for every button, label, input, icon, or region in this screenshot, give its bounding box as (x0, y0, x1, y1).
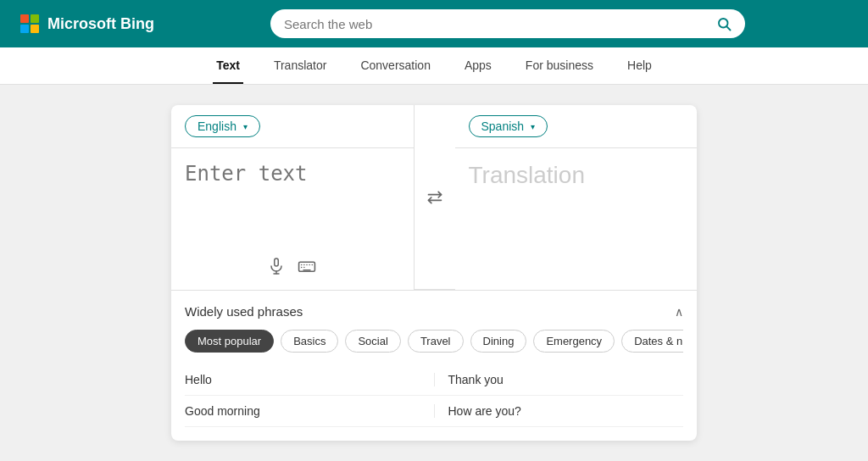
tab-travel[interactable]: Travel (408, 330, 464, 353)
logo-area: Microsoft Bing (20, 14, 154, 33)
phrase-target-0: Thank you (435, 373, 684, 386)
nav-item-apps[interactable]: Apps (461, 48, 495, 84)
phrases-tabs: Most popular Basics Social Travel Dining… (185, 329, 683, 353)
phrase-row: Hello Thank you (185, 364, 683, 396)
source-panel: English ▾ (171, 105, 415, 290)
keyboard-button[interactable] (298, 257, 316, 280)
swap-languages-button[interactable] (426, 189, 443, 206)
source-lang-button[interactable]: English ▾ (185, 115, 260, 137)
header: Microsoft Bing (0, 0, 868, 47)
tab-dates[interactable]: Dates & num (621, 330, 683, 353)
nav-item-conversation[interactable]: Conversation (357, 48, 434, 84)
phrases-section: Widely used phrases ∧ Most popular Basic… (171, 290, 697, 441)
search-button[interactable] (716, 16, 732, 31)
nav-item-help[interactable]: Help (624, 48, 655, 84)
tab-social[interactable]: Social (345, 330, 400, 353)
nav-item-translator[interactable]: Translator (270, 48, 331, 84)
bing-logo (20, 14, 39, 33)
search-bar (270, 9, 745, 38)
target-panel: Spanish ▾ Translation (455, 105, 698, 290)
translation-placeholder: Translation (469, 162, 585, 188)
source-text-input[interactable] (185, 162, 400, 230)
tab-basics[interactable]: Basics (281, 330, 338, 353)
svg-rect-2 (275, 258, 279, 266)
target-lang-label: Spanish (481, 119, 525, 133)
tab-most-popular[interactable]: Most popular (185, 330, 274, 353)
search-bar-wrap (270, 9, 745, 38)
logo-sq-blue (20, 25, 29, 33)
target-lang-chevron: ▾ (531, 122, 535, 131)
mic-button[interactable] (269, 257, 284, 280)
phrases-header: Widely used phrases ∧ (185, 304, 683, 319)
translator-top: English ▾ (171, 105, 697, 290)
logo-sq-yellow (31, 25, 39, 33)
brand-name: Microsoft Bing (47, 15, 154, 33)
target-lang-button[interactable]: Spanish ▾ (469, 115, 548, 137)
phrase-source-1: Good morning (185, 404, 435, 418)
translation-output: Translation (455, 148, 698, 250)
target-lang-selector[interactable]: Spanish ▾ (455, 105, 698, 148)
tab-emergency[interactable]: Emergency (533, 330, 615, 353)
phrases-title: Widely used phrases (185, 304, 303, 319)
phrase-target-1: How are you? (435, 404, 684, 418)
svg-line-1 (726, 26, 730, 30)
source-lang-chevron: ▾ (243, 122, 248, 131)
collapse-phrases-button[interactable]: ∧ (675, 305, 683, 319)
phrases-list: Hello Thank you Good morning How are you… (185, 364, 683, 427)
search-input[interactable] (284, 17, 708, 31)
phrase-source-0: Hello (185, 373, 435, 386)
nav-item-for-business[interactable]: For business (522, 48, 597, 84)
nav: Text Translator Conversation Apps For bu… (0, 47, 868, 85)
source-text-area (171, 148, 414, 250)
main: English ▾ (0, 85, 868, 461)
phrase-row: Good morning How are you? (185, 396, 683, 427)
source-lang-selector[interactable]: English ▾ (171, 105, 414, 148)
swap-btn-wrap (415, 105, 455, 290)
source-lang-label: English (198, 119, 236, 133)
source-controls (171, 250, 414, 290)
tab-dining[interactable]: Dining (470, 330, 527, 353)
translator-card: English ▾ (171, 105, 697, 441)
nav-item-text[interactable]: Text (213, 48, 243, 84)
logo-sq-green (31, 14, 39, 23)
logo-sq-red (20, 14, 29, 23)
